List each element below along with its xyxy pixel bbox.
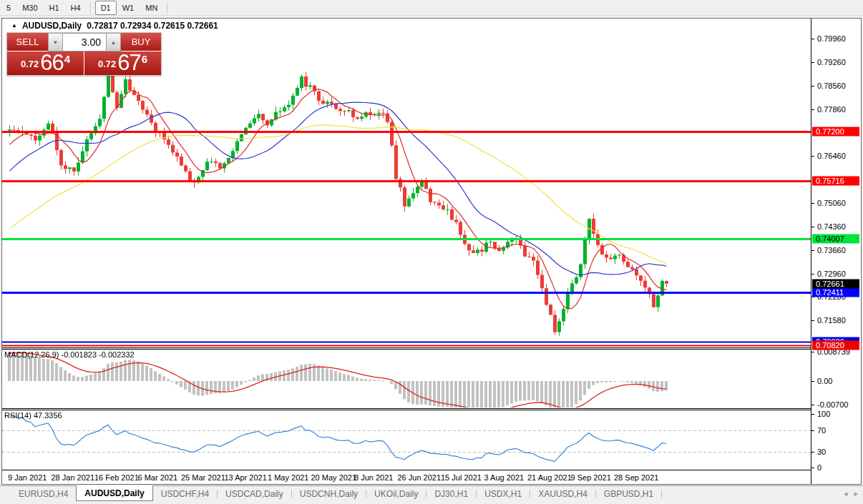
axis-tick	[811, 39, 814, 39]
price-axis-label: 0.79260	[817, 58, 846, 66]
buy-price-pip: 6	[142, 53, 147, 65]
tab-scroll-right-icon[interactable]: ▸	[854, 489, 858, 498]
chart-window: 9 Jan 202128 Jan 202116 Feb 20216 Mar 20…	[1, 18, 862, 485]
axis-tick	[811, 62, 814, 63]
chart-ohlc-values: 0.72817 0.72934 0.72615 0.72661	[87, 21, 218, 31]
axis-tick	[811, 352, 814, 352]
date-axis-label: 1 May 2021	[268, 473, 308, 482]
price-axis[interactable]: 0.799600.792600.785600.778600.764600.750…	[811, 19, 861, 484]
price-axis-label: 0.72960	[817, 270, 846, 278]
chart-tab-xauusd-h4[interactable]: XAUUSD,H4	[530, 486, 595, 501]
timeframe-button-h4[interactable]: H4	[65, 1, 87, 15]
buy-price-panel[interactable]: 0.72 67 6	[84, 51, 161, 75]
axis-tick	[811, 452, 814, 453]
rsi-axis-label: 30	[817, 448, 826, 456]
axis-tick	[811, 203, 814, 204]
axis-tick	[811, 320, 814, 321]
volume-input[interactable]	[63, 33, 106, 51]
price-axis-label: 0.74360	[817, 222, 846, 231]
rsi-pane-separator	[2, 408, 861, 409]
date-axis-label: 3 Aug 2021	[484, 473, 525, 482]
sell-price-prefix: 0.72	[21, 59, 39, 69]
date-axis-label: 28 Jan 2021	[52, 473, 95, 482]
buy-button[interactable]: BUY	[121, 33, 161, 51]
trading-terminal: { "toolbar": { "buttons": [ {"label": "5…	[0, 0, 863, 504]
volume-increase-button[interactable]: ▲	[106, 33, 121, 51]
timeframe-button-d1[interactable]: D1	[95, 1, 117, 15]
chart-canvas[interactable]	[2, 19, 811, 470]
spinner-up-icon: ▲	[111, 39, 117, 46]
date-axis-label: 26 Jun 2021	[398, 473, 442, 482]
date-axis-label: 15 Jul 2021	[441, 473, 482, 482]
axis-tick	[811, 405, 814, 405]
price-line-label: 0.74007	[812, 234, 859, 243]
sell-button[interactable]: SELL	[7, 33, 48, 51]
date-axis-label: 9 Jan 2021	[8, 473, 47, 482]
axis-tick	[811, 414, 814, 415]
macd-pane-separator	[2, 347, 861, 348]
axis-tick	[811, 274, 814, 275]
date-axis-label: 13 Apr 2021	[225, 473, 267, 482]
macd-axis-label: 0.00	[817, 377, 832, 385]
chart-tab-usdcad-daily[interactable]: USDCAD,Daily	[218, 486, 291, 501]
macd-label: MACD(12,26,9) -0.001823 -0.002332	[4, 350, 135, 359]
timeframe-button-5[interactable]: 5	[1, 1, 16, 15]
chart-tab-usdx-h1[interactable]: USDX,H1	[477, 486, 530, 501]
price-axis-label: 0.71580	[817, 316, 846, 325]
chart-tab-ukoil-daily[interactable]: UKOil,Daily	[366, 486, 426, 501]
tab-scroll-arrows: ◂ ▸	[844, 485, 858, 501]
chart-tab-usdchf-h4[interactable]: USDCHF,H4	[153, 486, 217, 501]
chart-tab-eurusd-h4[interactable]: EURUSD,H4	[11, 486, 76, 501]
price-axis-label: 0.77860	[817, 105, 846, 114]
sell-price-pip: 4	[64, 53, 70, 65]
toolbar-separator	[167, 2, 168, 14]
collapse-icon[interactable]: ▲	[11, 22, 17, 29]
volume-decrease-button[interactable]: ▼	[48, 33, 63, 51]
macd-pane-separator-2	[2, 349, 861, 350]
price-axis-label: 0.78560	[817, 81, 846, 90]
price-axis-label: 0.73660	[817, 246, 846, 255]
sell-price-big: 66	[40, 53, 63, 73]
timeframe-button-m30[interactable]: M30	[16, 1, 43, 15]
timeframe-button-h1[interactable]: H1	[44, 1, 65, 15]
date-axis-label: 9 Sep 2021	[571, 473, 611, 482]
axis-tick	[811, 227, 814, 227]
chart-tab-usdcnh-daily[interactable]: USDCNH,Daily	[292, 486, 366, 501]
date-axis-label: 8 Jun 2021	[354, 473, 393, 482]
chart-title: ▲ AUDUSD,Daily 0.72817 0.72934 0.72615 0…	[11, 21, 218, 31]
date-axis-label: 20 May 2021	[311, 473, 357, 482]
axis-tick	[811, 109, 814, 110]
price-line-label: 0.70820	[812, 341, 859, 350]
timeframe-button-mn[interactable]: MN	[140, 1, 163, 15]
axis-tick	[811, 250, 814, 251]
price-axis-label: 0.75060	[817, 199, 846, 207]
date-axis-label: 28 Sep 2021	[614, 473, 658, 482]
tab-separator	[661, 490, 662, 498]
tab-scroll-left-icon[interactable]: ◂	[844, 489, 848, 498]
date-axis-label: 16 Feb 2021	[94, 473, 139, 482]
axis-tick	[811, 381, 814, 382]
date-axis[interactable]: 9 Jan 202128 Jan 202116 Feb 20216 Mar 20…	[2, 470, 861, 484]
spinner-down-icon: ▼	[53, 39, 59, 46]
price-line-label: 0.77200	[812, 127, 859, 136]
toolbar-separator	[90, 2, 92, 14]
current-price-label: 0.72661	[812, 279, 859, 288]
timeframe-button-w1[interactable]: W1	[117, 1, 140, 15]
price-line-label: 0.72411	[812, 287, 859, 297]
chart-tab-audusd-daily[interactable]: AUDUSD,Daily	[76, 485, 152, 501]
timeframe-toolbar: 5M30H1H4D1W1MN	[0, 0, 863, 16]
price-axis-label: 0.79960	[817, 34, 846, 43]
rsi-pane-separator-2	[2, 410, 861, 410]
axis-tick	[811, 468, 814, 468]
buy-price-big: 67	[117, 53, 140, 73]
rsi-label: RSI(14) 47.3356	[4, 411, 62, 420]
one-click-trade-widget: SELL ▼ ▲ BUY 0.72 66 4 0.72 67 6	[6, 32, 162, 76]
date-axis-label: 21 Aug 2021	[527, 473, 572, 482]
chart-tab-dj30-h1[interactable]: DJ30,H1	[426, 486, 476, 501]
price-line-label: 0.75716	[812, 177, 859, 186]
chart-tab-gbpusd-h1[interactable]: GBPUSD,H1	[596, 486, 661, 501]
sell-price-panel[interactable]: 0.72 66 4	[7, 51, 84, 75]
rsi-axis-label: 0	[817, 463, 821, 472]
tab-strip: EURUSD,H4AUDUSD,DailyUSDCHF,H4USDCAD,Dai…	[0, 485, 863, 501]
date-axis-label: 25 Mar 2021	[181, 473, 225, 482]
